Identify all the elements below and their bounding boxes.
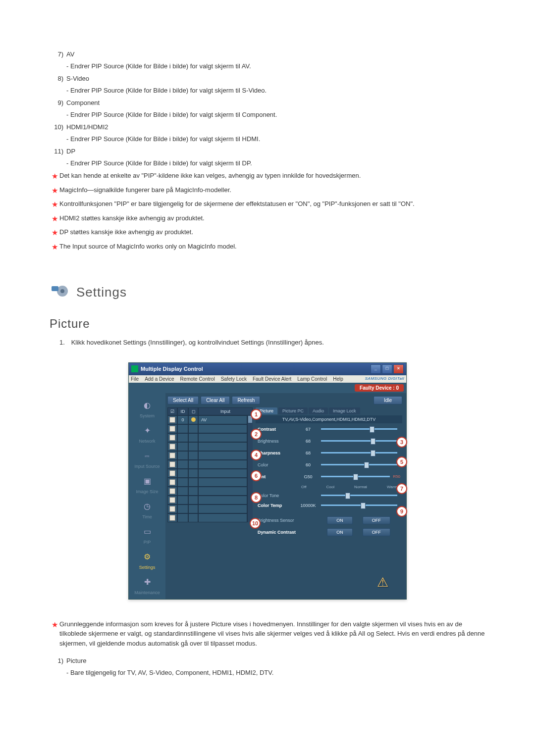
titlebar[interactable]: Multiple Display Control _ □ × (129, 363, 406, 375)
item-desc: - Endrer PIP Source (Kilde for Bilde i b… (66, 61, 485, 71)
row-checkbox[interactable] (167, 460, 177, 469)
clear-all-button[interactable]: Clear All (201, 396, 230, 404)
image-size-icon: ▣ (139, 474, 156, 488)
col-header-check[interactable]: ☑ (167, 407, 177, 415)
menu-help[interactable]: Help (333, 376, 343, 382)
item-desc: - Endrer PIP Source (Kilde for Bilde i b… (66, 134, 485, 144)
star-icon: ★ (50, 171, 59, 182)
row-checkbox[interactable] (167, 504, 177, 513)
cable-icon: ⎓ (139, 449, 156, 463)
marker-3: 3 (396, 437, 407, 448)
note-text: DP støttes kanskje ikke avhengig av prod… (59, 227, 485, 237)
dynamic-contrast-on[interactable]: ON (327, 528, 353, 536)
gear-icon: ⚙ (139, 550, 156, 564)
row-checkbox[interactable] (167, 513, 177, 522)
row-checkbox[interactable] (167, 451, 177, 460)
menu-safety-lock[interactable]: Safety Lock (221, 376, 247, 382)
star-notes: ★Det kan hende at enkelte av "PIP"-kilde… (50, 171, 485, 252)
row-checkbox[interactable] (167, 496, 177, 504)
maximize-button[interactable]: □ (382, 364, 392, 374)
sidebar-item-network[interactable]: ✦Network (129, 422, 165, 448)
color-slider[interactable] (321, 464, 397, 465)
row-checkbox[interactable] (167, 487, 177, 496)
row-checkbox[interactable] (167, 442, 177, 451)
col-header-input[interactable]: Input (198, 407, 253, 415)
brightness-slider[interactable] (321, 440, 397, 442)
tab-image-lock[interactable]: Image Lock (329, 407, 360, 414)
brightness-sensor-off[interactable]: OFF (363, 516, 390, 524)
item-label: Component (66, 98, 485, 108)
row-checkbox[interactable] (167, 415, 177, 424)
note-text: HDMI2 støttes kanskje ikke avhengig av p… (59, 213, 485, 223)
row-status-icon (188, 415, 198, 424)
svg-point-1 (60, 289, 64, 293)
dynamic-contrast-off[interactable]: OFF (363, 528, 390, 536)
item-desc: - Endrer PIP Source (Kilde for Bilde i b… (66, 158, 485, 168)
sharpness-label: Sharpness (256, 451, 298, 455)
dynamic-contrast-label: Dynamic Contrast (256, 530, 317, 535)
marker-10: 10 (250, 518, 261, 529)
row-checkbox[interactable] (167, 469, 177, 478)
definition-list: 7)AV - Endrer PIP Source (Kilde for Bild… (50, 50, 485, 168)
marker-4: 4 (251, 450, 262, 460)
color-tone-slider[interactable] (321, 495, 397, 496)
color-temp-value: 10000K (298, 503, 318, 508)
star-icon: ★ (50, 619, 59, 631)
clock-icon: ◷ (139, 500, 156, 513)
color-temp-slider[interactable] (321, 504, 397, 506)
marker-1: 1 (251, 409, 262, 420)
menu-fault-alert[interactable]: Fault Device Alert (253, 376, 291, 382)
sidebar-item-input-source[interactable]: ⎓Input Source (129, 448, 165, 473)
item-number: 8) (50, 74, 66, 84)
color-tone-label: Color Tone (256, 493, 298, 498)
tab-picture-pc[interactable]: Picture PC (278, 407, 308, 414)
sharpness-slider[interactable] (321, 452, 397, 454)
sidebar-item-pip[interactable]: ▭PIP (129, 523, 165, 549)
menubar: File Add a Device Remote Control Safety … (129, 375, 406, 383)
col-header-id[interactable]: ID (177, 407, 188, 415)
sidebar-item-settings[interactable]: ⚙Settings (129, 549, 165, 574)
brightness-value: 68 (298, 439, 318, 444)
settings-panel: Picture Picture PC Audio Image Lock TV,A… (256, 407, 402, 538)
row-checkbox[interactable] (167, 433, 177, 442)
marker-2: 2 (251, 429, 262, 440)
row-checkbox[interactable] (167, 424, 177, 433)
menu-remote-control[interactable]: Remote Control (180, 376, 215, 382)
faulty-device-badge: Faulty Device : 0 (355, 384, 404, 392)
device-grid: ☑ ID ◻ Input 0 AV (167, 407, 253, 538)
pip-icon: ▭ (139, 525, 156, 539)
settings-heading: Settings (50, 282, 485, 302)
brightness-sensor-on[interactable]: ON (327, 516, 353, 524)
close-button[interactable]: × (393, 364, 404, 374)
note-text: The Input source of MagicInfo works only… (59, 242, 485, 252)
menu-lamp-control[interactable]: Lamp Control (297, 376, 327, 382)
row-checkbox[interactable] (167, 478, 177, 487)
col-header-status[interactable]: ◻ (188, 407, 198, 415)
item-label: HDMI1/HDMI2 (66, 122, 485, 132)
tint-label: Tint (256, 474, 298, 479)
note-text: Det kan hende at enkelte av "PIP"-kilden… (59, 171, 485, 181)
star-icon: ★ (50, 199, 59, 210)
refresh-button[interactable]: Refresh (232, 396, 260, 404)
tab-audio[interactable]: Audio (309, 407, 328, 414)
sidebar-item-time[interactable]: ◷Time (129, 498, 165, 523)
contrast-slider[interactable] (321, 428, 397, 430)
menu-file[interactable]: File (131, 376, 139, 382)
sharpness-value: 68 (298, 451, 318, 455)
sidebar-item-system[interactable]: ◐System (129, 397, 165, 422)
select-all-button[interactable]: Select All (167, 396, 199, 404)
marker-5: 5 (396, 456, 407, 467)
main-area: Select All Clear All Refresh Idle ☑ ID ◻… (165, 393, 406, 599)
sidebar: ◐System ✦Network ⎓Input Source ▣Image Si… (129, 393, 165, 599)
color-value: 60 (298, 462, 318, 467)
color-tone-options: Off Cool Normal Warm (301, 485, 397, 489)
sidebar-item-image-size[interactable]: ▣Image Size (129, 473, 165, 498)
item-number: 1) (50, 656, 66, 666)
tint-slider[interactable] (321, 476, 390, 477)
sidebar-item-maintenance[interactable]: ✚Maintenance (129, 574, 165, 599)
menu-add-device[interactable]: Add a Device (145, 376, 174, 382)
item-label: AV (66, 50, 485, 59)
minimize-button[interactable]: _ (371, 364, 381, 374)
picture-title: Picture (50, 317, 485, 331)
item-number: 7) (50, 50, 66, 59)
